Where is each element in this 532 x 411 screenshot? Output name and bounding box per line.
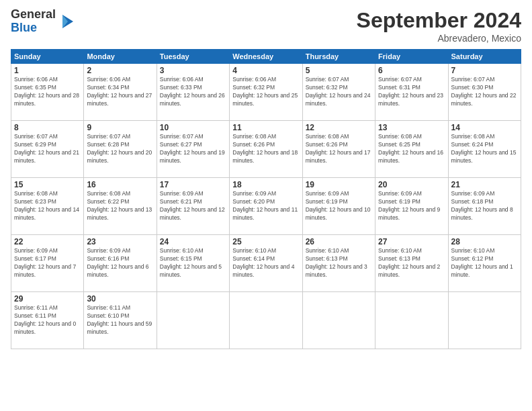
day-number: 29 [14, 294, 81, 304]
week-row-5: 29 Sunrise: 6:11 AM Sunset: 6:11 PM Dayl… [11, 292, 521, 349]
calendar-cell: 26 Sunrise: 6:10 AM Sunset: 6:13 PM Dayl… [302, 235, 375, 292]
sunrise-label: Sunrise: 6:07 AM [451, 76, 495, 83]
calendar-cell: 5 Sunrise: 6:07 AM Sunset: 6:32 PM Dayli… [302, 64, 375, 121]
sunset-label: Sunset: 6:32 PM [232, 84, 275, 91]
sunset-label: Sunset: 6:16 PM [87, 255, 129, 262]
logo-blue: Blue [11, 21, 37, 34]
calendar-cell: 7 Sunrise: 6:07 AM Sunset: 6:30 PM Dayli… [448, 64, 521, 121]
sunset-label: Sunset: 6:19 PM [378, 198, 420, 205]
day-number: 4 [232, 66, 299, 75]
calendar-cell: 11 Sunrise: 6:08 AM Sunset: 6:26 PM Dayl… [230, 121, 302, 178]
calendar-cell: 21 Sunrise: 6:09 AM Sunset: 6:18 PM Dayl… [448, 178, 521, 235]
sunrise-label: Sunrise: 6:09 AM [160, 190, 204, 197]
day-number: 9 [87, 123, 153, 132]
day-info: Sunrise: 6:07 AM Sunset: 6:29 PM Dayligh… [14, 133, 81, 165]
day-info: Sunrise: 6:10 AM Sunset: 6:13 PM Dayligh… [378, 247, 445, 279]
day-number: 21 [451, 180, 518, 189]
daylight-label: Daylight: 12 hours and 28 minutes. [14, 92, 79, 107]
day-number: 24 [160, 237, 226, 246]
sunset-label: Sunset: 6:35 PM [14, 84, 56, 91]
calendar: Sunday Monday Tuesday Wednesday Thursday… [11, 49, 521, 349]
daylight-label: Daylight: 12 hours and 3 minutes. [306, 263, 367, 278]
day-number: 27 [378, 237, 445, 246]
day-number: 26 [306, 237, 372, 246]
daylight-label: Daylight: 12 hours and 21 minutes. [14, 149, 79, 164]
day-info: Sunrise: 6:10 AM Sunset: 6:13 PM Dayligh… [306, 247, 372, 279]
daylight-label: Daylight: 12 hours and 11 minutes. [232, 206, 298, 221]
sunrise-label: Sunrise: 6:09 AM [232, 190, 276, 197]
sunrise-label: Sunrise: 6:11 AM [14, 304, 58, 311]
sunrise-label: Sunrise: 6:07 AM [160, 133, 204, 140]
calendar-cell: 29 Sunrise: 6:11 AM Sunset: 6:11 PM Dayl… [11, 292, 84, 349]
day-info: Sunrise: 6:09 AM Sunset: 6:16 PM Dayligh… [87, 247, 153, 279]
daylight-label: Daylight: 12 hours and 6 minutes. [87, 263, 148, 278]
logo-icon [57, 12, 76, 31]
calendar-cell: 17 Sunrise: 6:09 AM Sunset: 6:21 PM Dayl… [157, 178, 229, 235]
calendar-cell [302, 292, 375, 349]
sunset-label: Sunset: 6:18 PM [451, 198, 494, 205]
calendar-cell: 10 Sunrise: 6:07 AM Sunset: 6:27 PM Dayl… [157, 121, 229, 178]
calendar-cell: 9 Sunrise: 6:07 AM Sunset: 6:28 PM Dayli… [84, 121, 157, 178]
calendar-cell: 3 Sunrise: 6:06 AM Sunset: 6:33 PM Dayli… [157, 64, 229, 121]
day-info: Sunrise: 6:07 AM Sunset: 6:30 PM Dayligh… [451, 76, 518, 108]
sunset-label: Sunset: 6:24 PM [451, 141, 494, 148]
day-number: 8 [14, 123, 81, 132]
sunrise-label: Sunrise: 6:09 AM [378, 190, 422, 197]
sunrise-label: Sunrise: 6:08 AM [306, 133, 349, 140]
sunset-label: Sunset: 6:14 PM [232, 255, 275, 262]
day-number: 18 [232, 180, 299, 189]
sunrise-label: Sunrise: 6:07 AM [378, 76, 422, 83]
title-area: September 2024 Abrevadero, Mexico [357, 8, 521, 44]
sunset-label: Sunset: 6:12 PM [451, 255, 494, 262]
day-info: Sunrise: 6:09 AM Sunset: 6:19 PM Dayligh… [306, 190, 372, 222]
sunrise-label: Sunrise: 6:07 AM [306, 76, 349, 83]
sunset-label: Sunset: 6:15 PM [160, 255, 202, 262]
page: General Blue September 2024 Abrevadero, … [0, 0, 532, 411]
sunrise-label: Sunrise: 6:07 AM [14, 133, 58, 140]
col-wednesday: Wednesday [230, 50, 302, 64]
sunset-label: Sunset: 6:23 PM [14, 198, 56, 205]
day-info: Sunrise: 6:08 AM Sunset: 6:24 PM Dayligh… [451, 133, 518, 165]
daylight-label: Daylight: 12 hours and 27 minutes. [87, 92, 152, 107]
daylight-label: Daylight: 12 hours and 0 minutes. [14, 320, 76, 335]
sunset-label: Sunset: 6:22 PM [87, 198, 129, 205]
day-info: Sunrise: 6:09 AM Sunset: 6:20 PM Dayligh… [232, 190, 299, 222]
col-thursday: Thursday [302, 50, 375, 64]
day-number: 17 [160, 180, 226, 189]
col-tuesday: Tuesday [157, 50, 229, 64]
sunset-label: Sunset: 6:33 PM [160, 84, 202, 91]
sunset-label: Sunset: 6:27 PM [160, 141, 202, 148]
day-number: 19 [306, 180, 372, 189]
calendar-cell: 22 Sunrise: 6:09 AM Sunset: 6:17 PM Dayl… [11, 235, 84, 292]
week-row-1: 1 Sunrise: 6:06 AM Sunset: 6:35 PM Dayli… [11, 64, 521, 121]
sunrise-label: Sunrise: 6:06 AM [160, 76, 204, 83]
calendar-cell: 4 Sunrise: 6:06 AM Sunset: 6:32 PM Dayli… [230, 64, 302, 121]
sunset-label: Sunset: 6:29 PM [14, 141, 56, 148]
sunrise-label: Sunrise: 6:08 AM [378, 133, 422, 140]
day-number: 15 [14, 180, 81, 189]
daylight-label: Daylight: 12 hours and 7 minutes. [14, 263, 76, 278]
day-number: 3 [160, 66, 226, 75]
day-number: 10 [160, 123, 226, 132]
sunset-label: Sunset: 6:31 PM [378, 84, 420, 91]
day-number: 6 [378, 66, 445, 75]
sunset-label: Sunset: 6:26 PM [232, 141, 275, 148]
day-info: Sunrise: 6:06 AM Sunset: 6:33 PM Dayligh… [160, 76, 226, 108]
daylight-label: Daylight: 12 hours and 25 minutes. [232, 92, 298, 107]
daylight-label: Daylight: 12 hours and 17 minutes. [306, 149, 371, 164]
month-title: September 2024 [357, 8, 521, 33]
week-row-3: 15 Sunrise: 6:08 AM Sunset: 6:23 PM Dayl… [11, 178, 521, 235]
calendar-cell: 14 Sunrise: 6:08 AM Sunset: 6:24 PM Dayl… [448, 121, 521, 178]
day-info: Sunrise: 6:07 AM Sunset: 6:27 PM Dayligh… [160, 133, 226, 165]
day-number: 30 [87, 294, 153, 304]
sunset-label: Sunset: 6:11 PM [14, 312, 56, 319]
day-number: 28 [451, 237, 518, 246]
sunrise-label: Sunrise: 6:10 AM [306, 247, 349, 254]
day-info: Sunrise: 6:09 AM Sunset: 6:19 PM Dayligh… [378, 190, 445, 222]
week-row-4: 22 Sunrise: 6:09 AM Sunset: 6:17 PM Dayl… [11, 235, 521, 292]
day-info: Sunrise: 6:06 AM Sunset: 6:32 PM Dayligh… [232, 76, 299, 108]
col-monday: Monday [84, 50, 157, 64]
sunset-label: Sunset: 6:34 PM [87, 84, 129, 91]
sunrise-label: Sunrise: 6:06 AM [14, 76, 58, 83]
calendar-cell [230, 292, 302, 349]
